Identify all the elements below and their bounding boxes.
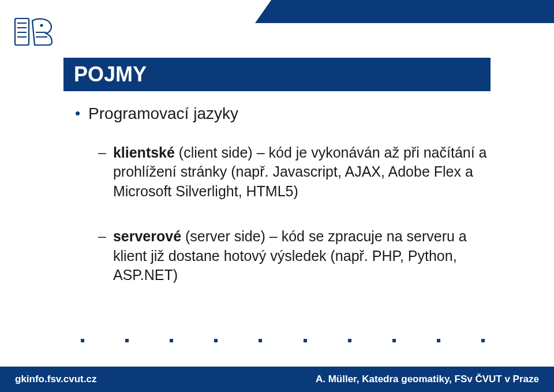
slide-title: POJMY	[74, 62, 147, 87]
bullet-dot-icon: •	[75, 104, 80, 123]
slide-title-band: POJMY	[63, 58, 491, 91]
bullet-level2: – klientské (client side) – kód je vykon…	[98, 143, 491, 201]
decorative-dot-row	[81, 339, 485, 342]
dot-icon	[304, 339, 307, 342]
dot-icon	[437, 339, 440, 342]
bullet-dash-icon: –	[98, 143, 106, 163]
dot-icon	[259, 339, 262, 342]
dot-icon	[392, 339, 396, 342]
dot-icon	[348, 339, 351, 342]
dot-icon	[81, 339, 84, 342]
header-accent-shape	[255, 0, 554, 23]
footer-right-text: A. Müller, Katedra geomatiky, FSv ČVUT v…	[316, 374, 539, 385]
bullet-dash-icon: –	[98, 227, 106, 247]
dot-icon	[481, 339, 485, 342]
svg-point-1	[40, 24, 43, 27]
bullet-item-lead: serverové	[113, 228, 181, 244]
slide-content: • Programovací jazyky – klientské (clien…	[75, 104, 491, 311]
slide-footer: gkinfo.fsv.cvut.cz A. Müller, Katedra ge…	[0, 367, 554, 392]
bullet-item-text: klientské (client side) – kód je vykonáv…	[113, 143, 491, 201]
bullet-level2: – serverové (server side) – kód se zprac…	[98, 227, 491, 285]
bullet-main-text: Programovací jazyky	[88, 104, 238, 124]
dot-icon	[214, 339, 218, 342]
ctu-lion-logo	[14, 17, 54, 46]
dot-icon	[170, 339, 173, 342]
dot-icon	[125, 339, 129, 342]
bullet-item-lead: klientské	[113, 144, 175, 160]
bullet-level1: • Programovací jazyky	[75, 104, 491, 124]
bullet-item-text: serverové (server side) – kód se zpracuj…	[113, 227, 491, 285]
footer-left-text: gkinfo.fsv.cvut.cz	[15, 374, 96, 385]
